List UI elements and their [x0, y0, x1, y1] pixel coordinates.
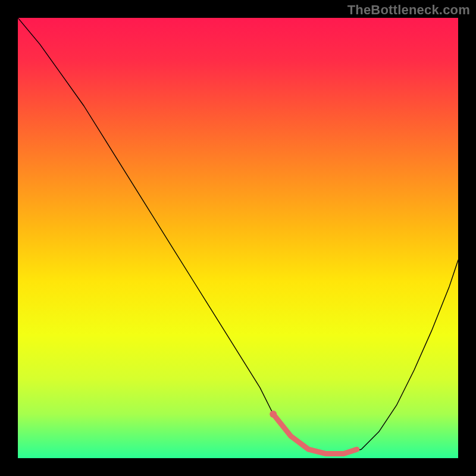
watermark-text: TheBottleneck.com — [347, 2, 470, 18]
highlight-start-dot — [270, 411, 277, 418]
plot-area — [18, 18, 458, 458]
chart-svg — [18, 18, 458, 458]
stage: TheBottleneck.com — [0, 0, 476, 476]
marker-layer — [270, 411, 277, 418]
gradient-background — [18, 18, 458, 458]
